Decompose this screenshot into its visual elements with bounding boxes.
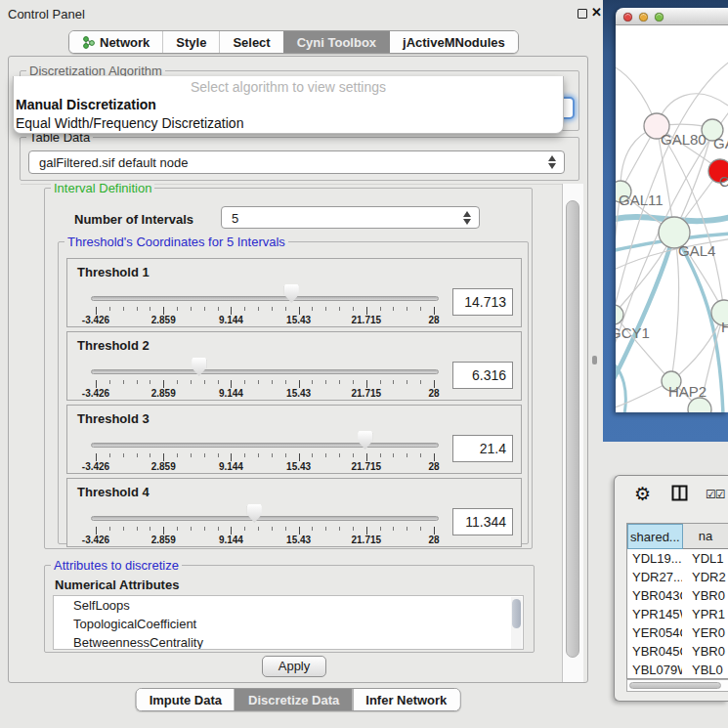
algorithm-dropdown-prompt: Select algorithm to view settings: [14, 76, 563, 96]
slider-thumb-icon[interactable]: [192, 358, 206, 376]
node-label: GCY1: [616, 324, 650, 341]
table-cell: YBR0: [682, 586, 728, 605]
table-row[interactable]: YBL079WYBL0: [627, 661, 728, 679]
attributes-group: Attributes to discretize Numerical Attri…: [44, 565, 535, 653]
threshold-slider-track[interactable]: [91, 516, 439, 521]
tick-mark: [123, 453, 124, 457]
tab-discretize-data[interactable]: Discretize Data: [235, 689, 352, 710]
threshold-panel-3: Threshold 3-3.4262.8599.14415.4321.71528…: [66, 405, 522, 474]
network-edge[interactable]: [616, 233, 674, 385]
slider-thumb-icon[interactable]: [284, 284, 299, 303]
column-header-na[interactable]: na: [683, 524, 728, 549]
node-label: HAP2: [668, 383, 707, 400]
attributes-group-title: Attributes to discretize: [51, 558, 182, 573]
tick-mark: [231, 380, 232, 388]
tab-select[interactable]: Select: [219, 31, 282, 53]
table-row[interactable]: YBR043CYBR0: [627, 586, 728, 605]
tick-label: 15.43: [286, 388, 311, 399]
network-window-titlebar[interactable]: [616, 8, 728, 25]
tab-impute-data[interactable]: Impute Data: [137, 689, 235, 710]
panel-splitter-handle[interactable]: [592, 356, 597, 364]
tick-mark: [109, 527, 110, 531]
close-light[interactable]: [623, 13, 632, 21]
table-horizontal-scrollbar[interactable]: [626, 679, 728, 692]
tick-mark: [272, 380, 273, 384]
tick-mark: [285, 453, 286, 457]
list-item[interactable]: BetweennessCentrality: [54, 633, 523, 650]
tick-mark: [325, 527, 326, 531]
apply-button[interactable]: Apply: [262, 656, 326, 677]
checkboxes-icon[interactable]: ☑☑: [706, 488, 725, 501]
threshold-slider-track[interactable]: [91, 443, 439, 448]
threshold-value-field[interactable]: 6.316: [452, 362, 513, 389]
list-item[interactable]: TopologicalCoefficient: [54, 615, 523, 633]
scrollbar-thumb[interactable]: [512, 599, 521, 628]
slider-thumb-icon[interactable]: [358, 431, 372, 450]
table-cell: YBR043C: [627, 586, 682, 605]
tick-mark: [218, 380, 219, 384]
scrollbar-thumb[interactable]: [566, 200, 579, 658]
tick-mark: [191, 380, 192, 384]
tick-mark: [258, 527, 259, 531]
tab-style[interactable]: Style: [162, 31, 219, 53]
tick-mark: [407, 380, 407, 384]
split-columns-icon[interactable]: [671, 485, 688, 505]
tab-jactivemnodules[interactable]: jActiveMNodules: [389, 31, 518, 53]
table-data-combobox[interactable]: galFiltered.sif default node: [28, 150, 565, 174]
numerical-attributes-label: Numerical Attributes: [55, 578, 179, 592]
number-of-intervals-combobox[interactable]: 5: [221, 206, 480, 229]
tick-mark: [177, 307, 178, 311]
minimize-light[interactable]: [639, 13, 648, 21]
close-icon[interactable]: ✕: [591, 5, 602, 20]
network-edge[interactable]: [616, 192, 621, 315]
tick-mark: [231, 527, 232, 535]
node-label: H: [721, 319, 728, 335]
tab-infer-network[interactable]: Infer Network: [352, 689, 459, 710]
algorithm-option-manual-discretization[interactable]: Manual Discretization: [14, 96, 563, 114]
table-row[interactable]: YPR145WYPR1: [627, 605, 728, 623]
tick-mark: [420, 453, 421, 457]
tick-mark: [191, 453, 192, 457]
list-item[interactable]: SelfLoops: [54, 596, 523, 615]
algorithm-option-equal-width-frequency-discretization[interactable]: Equal Width/Frequency Discretization: [14, 114, 563, 133]
spinner-icon: [548, 155, 557, 169]
numerical-attributes-list[interactable]: SelfLoopsTopologicalCoefficientBetweenne…: [53, 595, 524, 650]
network-canvas[interactable]: GAL80GAGAL11CGAL4GCY1HHAP2: [616, 25, 728, 412]
threshold-panel-2: Threshold 2-3.4262.8599.14415.4321.71528…: [66, 331, 522, 401]
table-row[interactable]: YER054CYER0: [627, 623, 728, 642]
tick-mark: [96, 380, 97, 388]
threshold-slider-track[interactable]: [91, 296, 439, 301]
zoom-light[interactable]: [655, 13, 664, 21]
tick-mark: [123, 527, 124, 531]
threshold-value-field[interactable]: 11.344: [452, 508, 513, 535]
main-vertical-scrollbar[interactable]: [562, 184, 583, 682]
slider-thumb-icon[interactable]: [247, 504, 262, 523]
tick-mark: [393, 380, 394, 384]
table-row[interactable]: YDR27...YDR2: [627, 568, 728, 586]
gear-icon[interactable]: ⚙: [634, 483, 651, 505]
tab-label: Network: [100, 35, 150, 50]
tick-label: 2.859: [151, 535, 176, 545]
table-row[interactable]: YBR045CYBR0: [627, 642, 728, 661]
float-window-icon[interactable]: [578, 9, 587, 19]
threshold-value-field[interactable]: 21.4: [452, 435, 513, 462]
tick-mark: [244, 527, 245, 531]
tab-cyni-toolbox[interactable]: Cyni Toolbox: [283, 31, 389, 53]
table-row[interactable]: YDL19...YDL1: [627, 549, 728, 568]
threshold-label: Threshold 2: [77, 338, 150, 353]
tick-label: 28: [428, 388, 439, 399]
list-scrollbar[interactable]: [511, 597, 522, 650]
threshold-slider-track[interactable]: [91, 369, 439, 374]
tick-mark: [299, 527, 300, 535]
slider-tick-labels: -3.4262.8599.14415.4321.71528: [96, 535, 434, 546]
tab-network[interactable]: Network: [69, 31, 162, 53]
tick-mark: [353, 307, 354, 311]
node-table[interactable]: shared...naYDL19...YDL1YDR27...YDR2YBR04…: [626, 523, 728, 679]
scrollbar-thumb[interactable]: [629, 682, 721, 689]
network-edge[interactable]: [616, 61, 728, 319]
network-icon: [82, 36, 95, 49]
tick-label: 15.43: [286, 535, 311, 545]
threshold-value-field[interactable]: 14.713: [452, 288, 513, 316]
column-header-shared-[interactable]: shared...: [627, 524, 683, 549]
tab-label: Style: [176, 35, 206, 50]
